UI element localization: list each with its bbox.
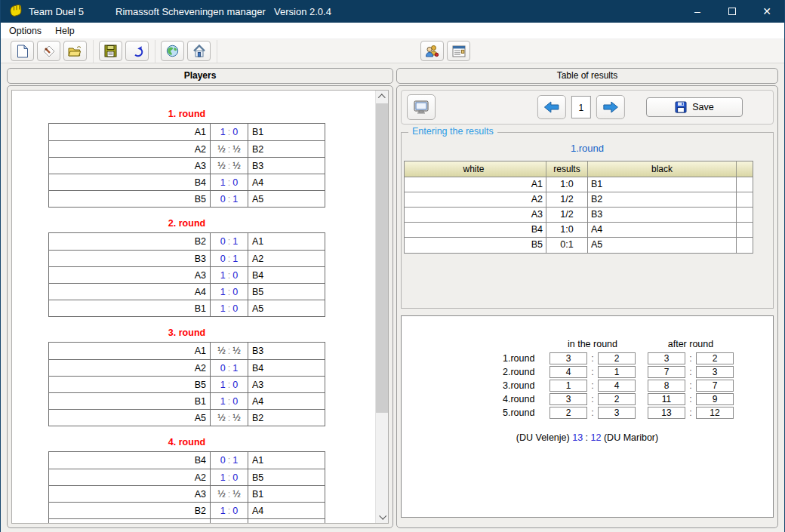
black-player-cell: A4 [248,174,325,190]
white-player-cell: B5 [49,377,211,392]
final-score-line: (DU Velenje) 13 : 12 (DU Maribor) [402,432,773,443]
after-round-score: 9 [696,393,734,405]
toolbar-separator [217,40,217,63]
players-panel-title: Players [7,68,393,84]
minimize-button[interactable]: – [680,0,715,23]
round-block: 2. round B20:1A1 B30:1A2 A31:0B4 A41:0B5… [12,218,375,317]
game-row: B30:1A2 [49,250,325,266]
black-player-cell: B1 [248,486,325,502]
toolbar [1,39,784,63]
menu-options[interactable]: Options [2,24,48,38]
undo-button[interactable] [125,41,149,61]
white-player-cell: B1 [49,393,211,409]
save-results-button[interactable]: Save [646,97,743,117]
score-cell: 1:0 [211,300,248,316]
after-round-score: 3 [696,366,734,378]
score-cell: 1:0 [211,284,248,300]
after-round-score: 7 [648,366,685,378]
white-player-cell: B2 [49,503,211,518]
black-player-cell: B3 [248,158,325,174]
game-row: A20:1B4 [49,359,325,376]
result-row[interactable]: A11:0B1 [405,177,753,192]
black-player-cell: A2 [248,251,325,266]
close-button[interactable]: ✕ [750,0,784,23]
maximize-icon [728,8,736,15]
score-cell: ½:½ [211,486,248,502]
result-row[interactable]: B50:1A5 [405,238,753,253]
save-button[interactable] [99,41,122,61]
scrollbar-track[interactable] [376,103,388,510]
in-round-score: 2 [550,407,587,419]
column-header-black: black [588,161,737,177]
players-button[interactable] [420,41,444,61]
menu-help[interactable]: Help [48,24,82,38]
score-cell: 1:0 [211,393,248,409]
black-player-cell: B4 [248,267,325,283]
scroll-up-button[interactable] [376,91,388,103]
black-player-cell: A5 [248,300,325,316]
score-cell: ½:½ [211,141,248,157]
home-icon [192,45,206,57]
scrollbar-thumb[interactable] [376,103,388,413]
black-player-cell: B2 [248,141,325,157]
in-round-score: 2 [598,393,636,405]
home-button[interactable] [187,41,211,61]
internet-button[interactable] [161,41,184,61]
column-header-white: white [405,161,546,177]
black-player-cell: A4 [248,503,325,518]
black-player-cell: B5 [248,284,325,300]
round-title: 3. round [48,328,325,338]
black-player-cell: A4 [248,393,325,409]
result-row[interactable]: A21/2B2 [405,192,753,208]
undo-icon [131,45,144,57]
results-panel-body: Save Entering the results 1.round white … [396,85,778,528]
in-round-score: 1 [550,380,587,392]
white-player-cell: A2 [49,360,211,376]
in-round-score: 4 [598,380,636,392]
score-cell: 0:1 [211,191,248,207]
after-round-score: 12 [696,407,734,419]
result-row[interactable]: A31/2B3 [405,208,753,223]
maximize-button[interactable] [715,0,750,23]
white-player-cell: B3 [49,519,211,523]
rounds-list: 1. round A11:0B1 A2½:½B2 A3½:½B3 B41:0A4… [12,91,375,523]
score-cell: ½:½ [211,158,248,174]
score-cell: 1:0 [211,377,248,392]
game-row: A31:0B4 [49,266,325,283]
round-number-field[interactable] [571,96,591,118]
preview-button[interactable] [407,94,436,120]
game-row: A21:0B5 [49,469,325,485]
entering-results-legend: Entering the results [408,126,497,137]
next-round-button[interactable] [596,95,625,119]
report-button[interactable] [447,41,470,61]
toolbar-separator [93,40,94,63]
vertical-scrollbar[interactable] [375,91,388,523]
scroll-down-button[interactable] [376,510,388,523]
monitor-icon [413,100,429,115]
save-icon [104,45,117,57]
white-player-cell: A3 [49,267,211,283]
after-round-header: after round [648,339,734,351]
chevron-up-icon [377,94,385,101]
column-header-results: results [546,161,588,177]
white-player-cell: A2 [49,469,211,485]
save-button-label: Save [692,102,714,112]
team-a-score: 13 [572,432,583,443]
match-summary-box: in the round after round 1.round 3:2 3:2… [401,315,774,518]
edit-document-button[interactable] [37,41,60,61]
white-player-cell: A1 [49,124,211,140]
in-round-score: 4 [550,366,587,378]
white-player-cell: A2 [49,141,211,157]
open-file-button[interactable] [63,41,87,61]
score-cell: 1:0 [211,124,248,140]
result-row[interactable]: B41:0A4 [405,223,753,238]
new-document-button[interactable] [11,41,34,61]
after-round-score: 8 [648,380,685,392]
results-panel: Table of results [396,68,778,528]
chevron-down-icon [379,512,386,520]
white-player-cell: A3 [49,486,211,502]
score-cell: 0:1 [211,452,248,469]
previous-round-button[interactable] [537,95,566,119]
black-player-cell: B1 [248,124,325,140]
white-player-cell: A1 [49,343,211,359]
